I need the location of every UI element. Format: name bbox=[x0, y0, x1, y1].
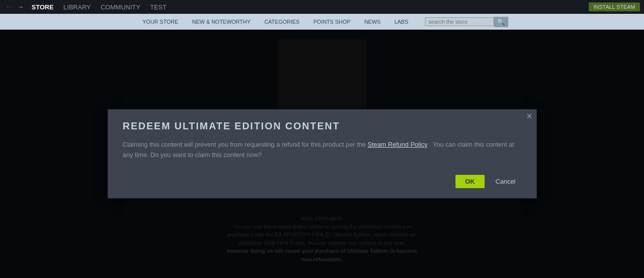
main-content: more information. You can use the redeem… bbox=[0, 30, 644, 278]
nav-library[interactable]: LIBRARY bbox=[60, 2, 95, 12]
modal-container: ✕ REDEEM ULTIMATE EDITION CONTENT Claimi… bbox=[0, 30, 644, 278]
nav-store[interactable]: STORE bbox=[28, 2, 58, 12]
modal-title: REDEEM ULTIMATE EDITION CONTENT bbox=[108, 110, 536, 140]
store-search-button[interactable]: 🔍 bbox=[494, 17, 508, 27]
sec-nav-points-shop[interactable]: Points Shop bbox=[306, 14, 357, 30]
sec-nav-news[interactable]: News bbox=[357, 14, 387, 30]
back-button[interactable]: ← bbox=[4, 2, 14, 11]
store-search-input[interactable] bbox=[425, 17, 494, 26]
modal-footer: OK Cancel bbox=[108, 170, 536, 198]
ok-button[interactable]: OK bbox=[455, 175, 485, 188]
nav-test[interactable]: TEST bbox=[146, 2, 170, 12]
modal-body-text: Claiming this content will prevent you f… bbox=[123, 141, 366, 148]
sec-nav-categories[interactable]: Categories bbox=[258, 14, 306, 30]
top-nav-bar: ← → STORE LIBRARY COMMUNITY TEST INSTALL… bbox=[0, 0, 644, 14]
sec-nav-labs[interactable]: Labs bbox=[387, 14, 415, 30]
sec-nav-your-store[interactable]: Your Store bbox=[136, 14, 186, 30]
secondary-nav-bar: Your Store New & Noteworthy Categories P… bbox=[0, 14, 644, 30]
steam-refund-policy-link[interactable]: Steam Refund Policy bbox=[368, 141, 427, 148]
redeem-modal: ✕ REDEEM ULTIMATE EDITION CONTENT Claimi… bbox=[108, 109, 537, 199]
modal-body: Claiming this content will prevent you f… bbox=[108, 140, 536, 170]
nav-community[interactable]: COMMUNITY bbox=[97, 2, 144, 12]
cancel-button[interactable]: Cancel bbox=[490, 175, 521, 188]
modal-close-button[interactable]: ✕ bbox=[526, 113, 532, 120]
forward-button[interactable]: → bbox=[16, 2, 26, 11]
store-search: 🔍 bbox=[425, 17, 508, 27]
sec-nav-new-noteworthy[interactable]: New & Noteworthy bbox=[185, 14, 257, 30]
install-steam-button[interactable]: INSTALL STEAM bbox=[589, 2, 640, 11]
